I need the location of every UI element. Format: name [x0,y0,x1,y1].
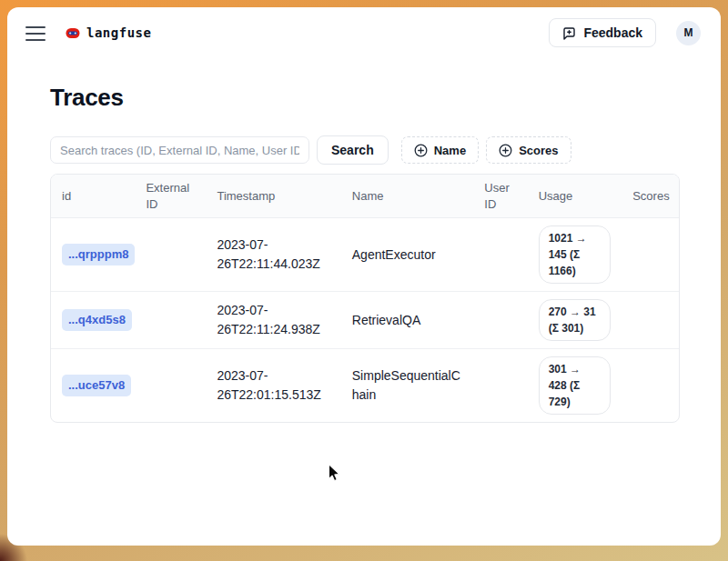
cell-scores [622,349,679,423]
desktop-background: { "topbar": { "brand": "langfuse", "feed… [0,0,728,561]
column-header-name: Name [341,175,474,218]
feedback-message-plus-icon [562,26,576,40]
cell-scores [622,218,679,292]
table-header: id External ID Timestamp Name User ID Us… [51,175,679,218]
brand-name: langfuse [86,25,151,40]
app-window: langfuse Feedback M Traces Search Name [7,7,721,546]
avatar-initial: M [684,26,693,39]
usage-badge: 301 → 428 (Σ 729) [539,356,612,415]
cell-external-id [135,218,206,292]
feedback-button[interactable]: Feedback [549,18,656,47]
usage-badge: 270 → 31 (Σ 301) [539,299,612,341]
column-header-timestamp: Timestamp [206,175,340,218]
search-input[interactable] [50,136,309,164]
traces-table: id External ID Timestamp Name User ID Us… [50,174,680,423]
filter-button-name[interactable]: Name [401,136,479,164]
column-header-external-id: External ID [135,175,206,218]
cell-external-id [135,349,206,423]
column-header-user-id: User ID [473,175,527,218]
table-row[interactable]: ...q4xd5s8 2023-07-26T22:11:24.938Z Retr… [51,292,679,349]
cell-scores [622,292,679,349]
column-header-usage: Usage [528,175,622,218]
column-header-id: id [51,175,135,218]
search-button[interactable]: Search [317,135,389,165]
cell-external-id [135,292,206,349]
brand[interactable]: langfuse [66,25,151,40]
cell-timestamp: 2023-07-26T22:11:44.023Z [206,218,340,292]
cell-user-id [473,292,527,349]
langfuse-logo-icon [66,27,80,39]
feedback-label: Feedback [583,25,642,40]
column-header-scores: Scores [622,175,679,218]
avatar[interactable]: M [676,21,701,45]
cell-user-id [473,349,527,423]
usage-badge: 1021 → 145 (Σ 1166) [539,225,612,284]
cell-name: AgentExecutor [341,218,474,292]
cell-timestamp: 2023-07-26T22:01:15.513Z [206,349,340,423]
plus-circle-icon [499,144,512,157]
table-row[interactable]: ...qrpppm8 2023-07-26T22:11:44.023Z Agen… [51,218,679,292]
top-bar: langfuse Feedback M [7,7,721,58]
filter-scores-label: Scores [519,144,558,157]
filter-name-label: Name [434,144,466,157]
page-title: Traces [50,84,680,112]
trace-id-link[interactable]: ...qrpppm8 [62,244,135,265]
filter-button-scores[interactable]: Scores [486,136,571,164]
controls-row: Search Name Scores [50,135,680,165]
hamburger-menu-icon[interactable] [25,26,46,41]
table-row[interactable]: ...uce57v8 2023-07-26T22:01:15.513Z Simp… [51,349,679,423]
cell-timestamp: 2023-07-26T22:11:24.938Z [206,292,340,349]
trace-id-link[interactable]: ...uce57v8 [62,375,131,396]
main-content: Traces Search Name Scores [7,58,721,423]
cell-user-id [473,218,527,292]
cell-name: RetrievalQA [341,292,474,349]
cell-name: SimpleSequentialChain [341,349,474,423]
plus-circle-icon [414,144,428,157]
trace-id-link[interactable]: ...q4xd5s8 [62,309,132,331]
